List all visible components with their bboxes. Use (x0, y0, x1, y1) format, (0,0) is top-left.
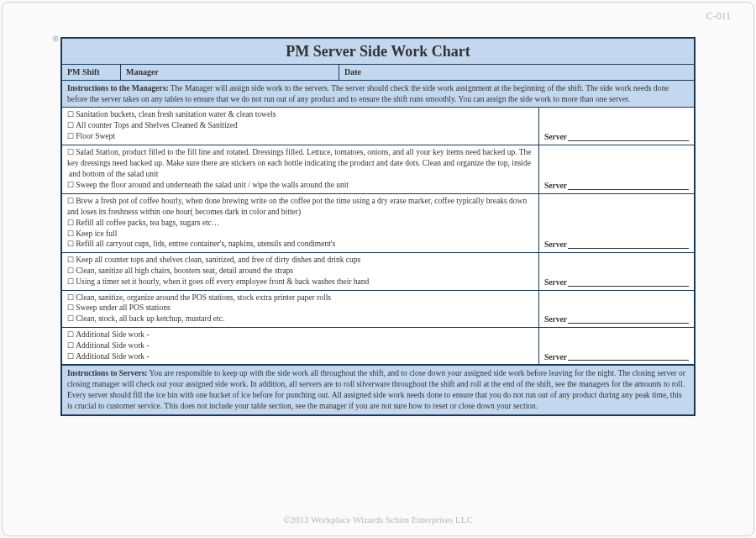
work-chart: PM Server Side Work Chart PM Shift Manag… (60, 37, 696, 416)
task-checkbox[interactable]: Clean, sanitize all high chairs, booster… (67, 266, 533, 277)
server-instructions: Instructions to Servers: You are respons… (62, 365, 694, 414)
chart-title: PM Server Side Work Chart (62, 39, 694, 65)
task-list: Clean, sanitize, organize around the POS… (62, 291, 538, 327)
task-checkbox[interactable]: Sweep the floor around and underneath th… (67, 180, 533, 191)
header-shift: PM Shift (62, 65, 121, 80)
task-section-6: Additional Side work - Additional Side w… (62, 328, 694, 365)
task-checkbox[interactable]: All counter Tops and Shelves Cleaned & S… (67, 120, 533, 131)
task-section-3: Brew a fresh pot of coffee hourly, when … (62, 194, 694, 253)
task-text-continuation: and bottom of the salad unit (67, 170, 158, 178)
task-checkbox[interactable]: Clean, stock, all back up ketchup, musta… (67, 314, 533, 324)
header-manager-field[interactable]: Manager (121, 65, 339, 80)
task-section-1: Sanitation buckets, clean fresh sanitati… (62, 108, 694, 145)
server-instr-text: You are responsible to keep up with the … (67, 369, 685, 409)
task-list: Keep all counter tops and shelves clean,… (62, 253, 538, 289)
task-checkbox[interactable]: Keep ice full (67, 229, 533, 240)
copyright-footer: ©2013 Workplace Wizards Schim Enterprise… (0, 514, 756, 525)
task-checkbox[interactable]: Sweep under all POS stations (67, 303, 533, 314)
anchor-icon: ⊕ (52, 34, 59, 43)
task-checkbox[interactable]: Additional Side work - (67, 330, 533, 340)
task-checkbox[interactable]: Brew a fresh pot of coffee hourly, when … (67, 196, 533, 218)
task-list: Additional Side work - Additional Side w… (62, 328, 538, 364)
server-signoff-field[interactable]: Server (538, 253, 694, 289)
task-section-2: Salad Station, product filled to the fil… (62, 145, 694, 194)
task-list: Sanitation buckets, clean fresh sanitati… (62, 108, 538, 144)
task-checkbox[interactable]: Clean, sanitize, organize around the POS… (67, 293, 533, 303)
task-checkbox[interactable]: Sanitation buckets, clean fresh sanitati… (67, 109, 533, 120)
task-checkbox[interactable]: Salad Station, product filled to the fil… (67, 147, 533, 169)
server-instr-label: Instructions to Servers: (67, 369, 148, 377)
task-checkbox[interactable]: Refill all carryout cups, lids, entree c… (67, 239, 533, 250)
task-checkbox[interactable]: Additional Side work - (67, 340, 533, 351)
task-section-4: Keep all counter tops and shelves clean,… (62, 253, 694, 290)
document-code: C-011 (706, 10, 731, 23)
task-list: Brew a fresh pot of coffee hourly, when … (62, 194, 538, 252)
manager-instructions: Instructions to the Managers: The Manage… (62, 81, 694, 108)
task-checkbox[interactable]: Floor Swept (67, 131, 533, 142)
header-date-field[interactable]: Date (339, 65, 694, 80)
manager-instr-label: Instructions to the Managers: (67, 84, 169, 92)
header-row: PM Shift Manager Date (62, 65, 694, 81)
task-list: Salad Station, product filled to the fil… (62, 145, 538, 193)
server-signoff-field[interactable]: Server (538, 194, 694, 252)
server-signoff-field[interactable]: Server (538, 291, 694, 327)
task-checkbox[interactable]: Using a timer set it hourly, when it goe… (67, 277, 533, 287)
task-checkbox[interactable]: Refill all coffee packs, tea bags, sugar… (67, 218, 533, 229)
task-checkbox[interactable]: Additional Side work - (67, 351, 533, 362)
server-signoff-field[interactable]: Server (538, 145, 694, 193)
task-section-5: Clean, sanitize, organize around the POS… (62, 291, 694, 328)
server-signoff-field[interactable]: Server (538, 328, 694, 364)
server-signoff-field[interactable]: Server (538, 108, 694, 144)
task-checkbox[interactable]: Keep all counter tops and shelves clean,… (67, 255, 533, 266)
